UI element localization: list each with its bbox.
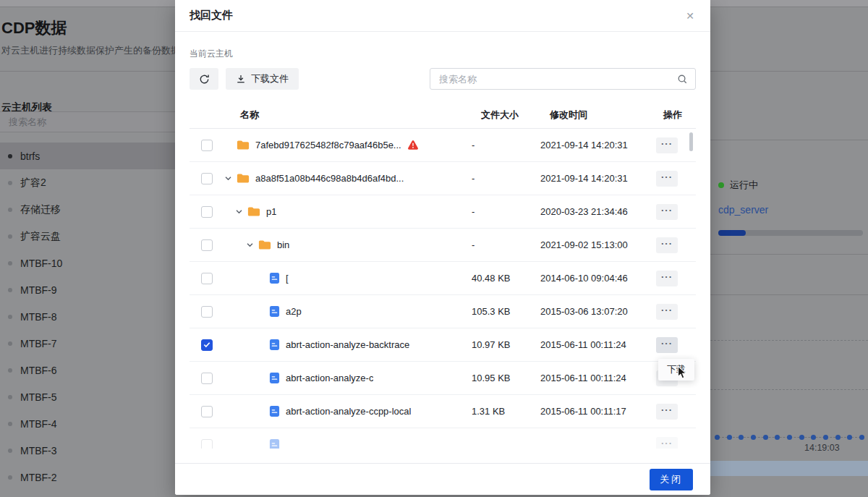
sidebar-item-MTBF-9[interactable]: MTBF-9 [0, 276, 175, 303]
sidebar-item-MTBF-2[interactable]: MTBF-2 [0, 464, 175, 490]
column-size: 文件大小 [472, 109, 540, 122]
folder-icon [237, 140, 250, 150]
bullet-icon [8, 395, 12, 399]
vm-search-input[interactable]: 搜索名称 [0, 111, 175, 132]
search-icon [677, 74, 688, 85]
row-actions-button[interactable]: ··· [656, 237, 678, 253]
timeline-dot [847, 435, 852, 440]
folder-icon [247, 206, 260, 217]
timeline-brush-bar[interactable] [694, 461, 868, 476]
row-actions-button[interactable]: ··· [656, 337, 678, 353]
row-actions-button[interactable]: ··· [656, 271, 678, 286]
bullet-icon [8, 341, 12, 346]
dialog-footer: 关闭 [175, 463, 710, 495]
bullet-icon [8, 422, 12, 426]
detail-divider [710, 294, 868, 295]
modified-time: 2021-09-14 14:20:31 [540, 173, 656, 184]
refresh-button[interactable] [190, 68, 218, 90]
row-checkbox[interactable] [201, 406, 213, 417]
table-row: [40.48 KB2014-06-10 09:04:46··· [190, 262, 696, 295]
row-actions-button[interactable]: ··· [656, 437, 678, 449]
timeline-timestamp: 14:19:03 [804, 443, 840, 453]
dialog-title: 找回文件 [190, 9, 233, 22]
bullet-icon [8, 261, 12, 266]
row-checkbox[interactable] [201, 439, 213, 449]
timeline-dot [751, 435, 756, 440]
sidebar-item-MTBF-4[interactable]: MTBF-4 [0, 410, 175, 437]
row-actions-button[interactable]: ··· [656, 304, 678, 320]
bullet-icon [8, 368, 12, 373]
file-size: 1.31 KB [472, 406, 540, 417]
sidebar-item-label: 存储迁移 [20, 203, 61, 216]
bullet-icon [8, 234, 12, 239]
sidebar-item-存储迁移[interactable]: 存储迁移 [0, 196, 175, 223]
chevron-down-icon[interactable] [222, 174, 234, 182]
sidebar-item-扩容云盘[interactable]: 扩容云盘 [0, 223, 175, 250]
timeline-dot [787, 435, 792, 440]
row-actions-button[interactable]: ··· [656, 404, 678, 420]
row-checkbox[interactable] [201, 273, 213, 284]
sidebar-item-MTBF-10[interactable]: MTBF-10 [0, 250, 175, 276]
row-checkbox[interactable] [201, 173, 213, 184]
menu-item-download[interactable]: 下载 [667, 363, 686, 376]
vm-search-placeholder: 搜索名称 [9, 116, 46, 127]
sidebar-item-label: MTBF-2 [20, 472, 57, 483]
close-button[interactable]: 关闭 [650, 469, 693, 490]
column-actions: 操作 [656, 109, 696, 122]
row-checkbox[interactable] [201, 339, 213, 351]
sidebar-item-label: 扩容云盘 [20, 230, 61, 243]
file-name: abrt-action-analyze-c [286, 373, 373, 383]
recover-files-dialog: 找回文件 ✕ 当前云主机 下载文件 [175, 0, 710, 495]
timeline-dot [859, 435, 864, 440]
modified-time: 2015-06-11 00:11:24 [540, 373, 656, 383]
chart-gridline [710, 389, 868, 390]
download-files-button[interactable]: 下载文件 [226, 68, 299, 90]
dialog-header: 找回文件 ✕ [175, 0, 710, 32]
sidebar-item-MTBF-8[interactable]: MTBF-8 [0, 303, 175, 330]
modified-time: 2015-06-11 00:11:17 [540, 406, 656, 417]
vm-link[interactable]: cdp_server [718, 204, 768, 216]
sidebar-item-扩容2[interactable]: 扩容2 [0, 169, 175, 196]
sidebar-item-label: MTBF-9 [20, 284, 57, 296]
file-size: - [472, 140, 540, 150]
table-scrollbar-thumb[interactable] [689, 132, 693, 151]
folder-icon [237, 173, 250, 184]
bullet-icon [8, 288, 12, 292]
current-vm-label: 当前云主机 [190, 48, 233, 60]
file-table-body: 7afebd917625482f8c79aaf46b5e...-2021-09-… [190, 129, 696, 449]
file-name: bin [277, 239, 289, 250]
sidebar-item-btrfs[interactable]: btrfs [0, 143, 175, 169]
modified-time: 2014-06-10 09:04:46 [540, 273, 656, 284]
table-header: 名称 文件大小 修改时间 操作 [190, 101, 696, 129]
cdp-timeline[interactable] [715, 435, 864, 440]
file-icon [269, 339, 280, 351]
close-icon[interactable]: ✕ [684, 9, 696, 22]
file-search [430, 68, 696, 90]
row-checkbox[interactable] [201, 140, 213, 151]
file-size: - [472, 173, 540, 184]
sidebar-item-MTBF-7[interactable]: MTBF-7 [0, 330, 175, 357]
modified-time: 2015-03-06 13:07:20 [540, 306, 656, 317]
row-checkbox[interactable] [201, 373, 213, 384]
chevron-down-icon[interactable] [244, 241, 255, 249]
chevron-down-icon[interactable] [233, 208, 244, 216]
row-actions-button[interactable]: ··· [656, 204, 678, 220]
timeline-dot [739, 435, 744, 440]
detail-divider [710, 140, 868, 140]
sidebar-item-MTBF-3[interactable]: MTBF-3 [0, 437, 175, 464]
vm-list: btrfs扩容2存储迁移扩容云盘MTBF-10MTBF-9MTBF-8MTBF-… [0, 143, 175, 490]
row-checkbox[interactable] [201, 206, 213, 218]
file-name: abrt-action-analyze-ccpp-local [286, 406, 411, 417]
status-dot-icon [718, 182, 724, 188]
sidebar-item-MTBF-5[interactable]: MTBF-5 [0, 383, 175, 410]
row-actions-button[interactable]: ··· [656, 171, 678, 187]
row-checkbox[interactable] [201, 239, 213, 251]
sidebar-item-label: MTBF-4 [20, 418, 57, 430]
modified-time: 2021-09-02 15:13:00 [540, 239, 656, 250]
row-checkbox[interactable] [201, 306, 213, 318]
file-icon [269, 438, 280, 449]
timeline-dot [715, 435, 720, 440]
row-actions-button[interactable]: ··· [656, 137, 678, 153]
sidebar-item-MTBF-6[interactable]: MTBF-6 [0, 357, 175, 383]
file-search-input[interactable] [438, 73, 671, 85]
